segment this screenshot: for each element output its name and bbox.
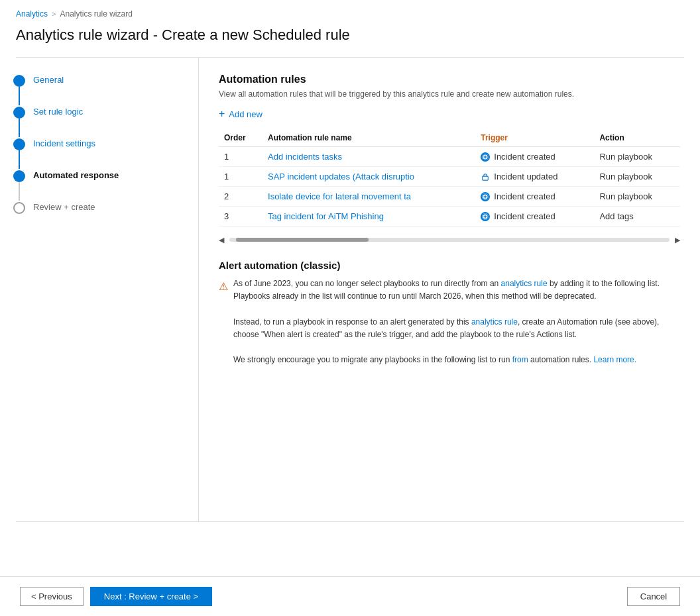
col-trigger: Trigger: [475, 129, 594, 147]
warning-icon: ⚠: [219, 278, 228, 366]
row2-trigger-label: Incident updated: [494, 172, 557, 181]
scroll-thumb[interactable]: [236, 238, 369, 242]
trigger-icon-created-3: [481, 212, 490, 221]
sidebar-item-automated-response[interactable]: Automated response: [13, 169, 185, 201]
horizontal-scrollbar[interactable]: ◀ ▶: [219, 233, 680, 246]
bottom-left-actions: < Previous Next : Review + create >: [20, 587, 212, 606]
table-row: 2 Isolate device for lateral movement ta: [219, 187, 680, 207]
automation-rules-table: Order Automation rule name Trigger Actio…: [219, 129, 680, 227]
step-label-incident-settings: Incident settings: [33, 137, 95, 148]
alert-automation-title: Alert automation (classic): [219, 260, 680, 271]
step-connector-automated-response: [13, 169, 25, 201]
row3-action: Run playbook: [594, 187, 680, 207]
trigger-icon-updated: [481, 172, 490, 181]
next-button[interactable]: Next : Review + create >: [90, 587, 212, 606]
row1-action: Run playbook: [594, 147, 680, 167]
step-dot-set-rule-logic: [13, 107, 25, 119]
trigger-icon-created-2: [481, 192, 490, 201]
alert-text: As of June 2023, you can no longer selec…: [233, 278, 680, 366]
row4-trigger: Incident created: [475, 207, 594, 227]
svg-rect-3: [483, 176, 489, 180]
add-new-label: Add new: [229, 109, 262, 119]
row2-order: 1: [219, 167, 262, 187]
step-label-automated-response: Automated response: [33, 169, 119, 180]
row3-name[interactable]: Isolate device for lateral movement ta: [262, 187, 475, 207]
row2-trigger: Incident updated: [475, 167, 594, 187]
step-dot-automated-response: [13, 170, 25, 182]
step-connector-review-create: [13, 201, 25, 214]
trigger-icon-created: [481, 152, 490, 162]
col-action: Action: [594, 129, 680, 147]
step-label-review-create: Review + create: [33, 201, 95, 212]
breadcrumb-analytics[interactable]: Analytics: [16, 9, 48, 19]
table-row: 1 SAP incident updates (Attack disruptio…: [219, 167, 680, 187]
page-title: Analytics rule wizard - Create a new Sch…: [0, 23, 700, 57]
col-name: Automation rule name: [262, 129, 475, 147]
row1-order: 1: [219, 147, 262, 167]
step-line-general: [19, 87, 20, 105]
row1-trigger-label: Incident created: [494, 152, 555, 162]
row4-name[interactable]: Tag incident for AiTM Phishing: [262, 207, 475, 227]
row2-name[interactable]: SAP incident updates (Attack disruptio: [262, 167, 475, 187]
bottom-divider: [16, 521, 684, 522]
step-connector-set-rule-logic: [13, 105, 25, 137]
breadcrumb-current: Analytics rule wizard: [60, 9, 132, 19]
previous-button[interactable]: < Previous: [20, 587, 84, 606]
row4-trigger-label: Incident created: [494, 211, 555, 221]
breadcrumb: Analytics > Analytics rule wizard: [0, 0, 700, 23]
cancel-button[interactable]: Cancel: [627, 587, 680, 606]
row3-trigger-label: Incident created: [494, 191, 555, 201]
learn-more-link[interactable]: Learn more.: [593, 355, 636, 364]
bottom-bar: < Previous Next : Review + create > Canc…: [0, 576, 700, 616]
step-line-automated-response: [19, 182, 20, 201]
row1-trigger: Incident created: [475, 147, 594, 167]
alert-box: ⚠ As of June 2023, you can no longer sel…: [219, 278, 680, 366]
automation-rules-desc: View all automation rules that will be t…: [219, 89, 680, 99]
step-connector-incident-settings: [13, 137, 25, 169]
step-dot-incident-settings: [13, 138, 25, 150]
col-order: Order: [219, 129, 262, 147]
step-connector-general: [13, 74, 25, 105]
sidebar-item-set-rule-logic[interactable]: Set rule logic: [13, 105, 185, 137]
scroll-track[interactable]: [229, 238, 670, 242]
breadcrumb-separator: >: [52, 10, 56, 18]
step-label-set-rule-logic: Set rule logic: [33, 105, 83, 117]
add-new-button[interactable]: + Add new: [219, 108, 262, 120]
wizard-sidebar: General Set rule logic Incident settings: [0, 58, 199, 521]
scroll-left-arrow[interactable]: ◀: [219, 236, 224, 244]
row3-trigger: Incident created: [475, 187, 594, 207]
step-dot-review-create: [13, 202, 25, 214]
main-content: Automation rules View all automation rul…: [199, 58, 700, 521]
row3-order: 2: [219, 187, 262, 207]
table-row: 3 Tag incident for AiTM Phishing: [219, 207, 680, 227]
step-label-general: General: [33, 74, 64, 85]
automation-rules-title: Automation rules: [219, 74, 680, 85]
sidebar-item-incident-settings[interactable]: Incident settings: [13, 137, 185, 169]
step-dot-general: [13, 75, 25, 87]
row2-action: Run playbook: [594, 167, 680, 187]
step-line-incident-settings: [19, 150, 20, 169]
sidebar-item-general[interactable]: General: [13, 74, 185, 105]
row4-order: 3: [219, 207, 262, 227]
scroll-right-arrow[interactable]: ▶: [675, 236, 680, 244]
row4-action: Add tags: [594, 207, 680, 227]
step-line-set-rule-logic: [19, 119, 20, 137]
plus-icon: +: [219, 108, 225, 120]
row1-name[interactable]: Add incidents tasks: [262, 147, 475, 167]
sidebar-item-review-create[interactable]: Review + create: [13, 201, 185, 214]
table-row: 1 Add incidents tasks Incident: [219, 147, 680, 167]
